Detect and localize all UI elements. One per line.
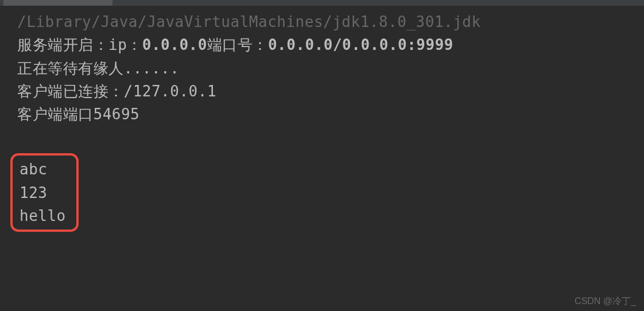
csdn-watermark: CSDN @冷丁_ [575, 296, 636, 308]
received-line-3: hello [20, 204, 66, 227]
scrollbar-segment[interactable] [3, 0, 112, 6]
client-connected-line: 客户端已连接：/127.0.0.1 [17, 80, 627, 103]
java-path-line: /Library/Java/JavaVirtualMachines/jdk1.8… [17, 10, 627, 33]
client-port-line: 客户端端口54695 [17, 103, 627, 126]
received-line-2: 123 [20, 181, 66, 204]
spacer [17, 126, 627, 149]
console-output: /Library/Java/JavaVirtualMachines/jdk1.8… [0, 6, 644, 232]
client-connected-ip: /127.0.0.1 [124, 83, 217, 100]
server-ip: 0.0.0.0 [142, 36, 207, 53]
received-data-highlight: abc 123 hello [10, 153, 79, 232]
console-top-bar [0, 0, 644, 6]
client-connected-prefix: 客户端已连接： [17, 83, 124, 100]
client-port-prefix: 客户端端口 [17, 106, 94, 123]
server-port-value: 0.0.0.0/0.0.0.0:9999 [268, 36, 453, 53]
received-line-1: abc [20, 158, 66, 181]
server-port-label: 端口号： [207, 36, 268, 53]
server-start-line: 服务端开启：ip：0.0.0.0端口号：0.0.0.0/0.0.0.0:9999 [17, 33, 627, 56]
client-port-value: 54695 [94, 106, 140, 123]
server-start-prefix: 服务端开启：ip： [17, 36, 142, 53]
waiting-line: 正在等待有缘人...... [17, 57, 627, 80]
